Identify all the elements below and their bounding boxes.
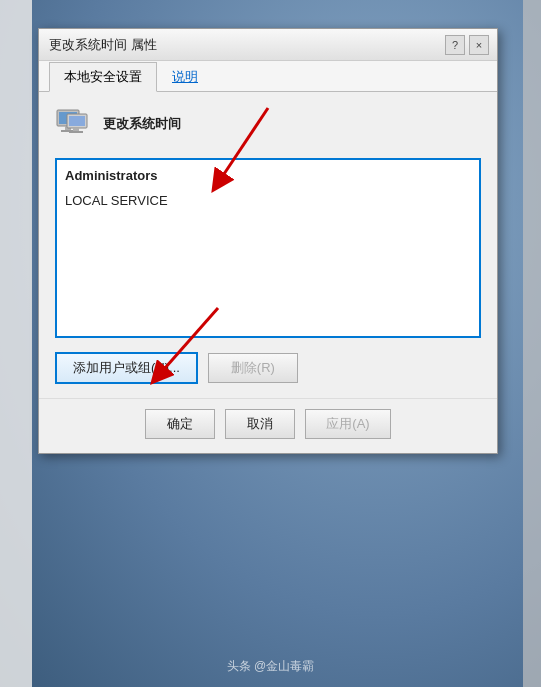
dialog-body: 更改系统时间 Administrators LOCAL SERVICE 添加用户… (39, 92, 497, 398)
policy-header: 更改系统时间 (55, 106, 481, 142)
bg-sidebar-right (523, 0, 541, 687)
tab-explanation[interactable]: 说明 (157, 62, 213, 92)
title-bar-controls: ? × (445, 35, 489, 55)
tab-local-security[interactable]: 本地安全设置 (49, 62, 157, 92)
dialog-window: 更改系统时间 属性 ? × 本地安全设置 说明 (38, 28, 498, 454)
close-button[interactable]: × (469, 35, 489, 55)
apply-button[interactable]: 应用(A) (305, 409, 390, 439)
svg-rect-5 (69, 116, 85, 126)
title-bar: 更改系统时间 属性 ? × (39, 29, 497, 61)
svg-rect-6 (73, 128, 79, 131)
policy-title: 更改系统时间 (103, 115, 181, 133)
list-item-local-service[interactable]: LOCAL SERVICE (61, 189, 475, 214)
users-listbox[interactable]: Administrators LOCAL SERVICE (55, 158, 481, 338)
dialog-title: 更改系统时间 属性 (49, 36, 157, 54)
policy-icon (55, 106, 91, 142)
dialog-footer: 确定 取消 应用(A) (39, 398, 497, 453)
remove-button[interactable]: 删除(R) (208, 353, 298, 383)
cancel-button[interactable]: 取消 (225, 409, 295, 439)
help-button[interactable]: ? (445, 35, 465, 55)
action-buttons-row: 添加用户或组(U)... 删除(R) (55, 352, 481, 384)
watermark: 头条 @金山毒霸 (227, 658, 315, 675)
ok-button[interactable]: 确定 (145, 409, 215, 439)
tab-bar: 本地安全设置 说明 (39, 61, 497, 92)
bg-sidebar-left (0, 0, 32, 687)
add-user-button[interactable]: 添加用户或组(U)... (55, 352, 198, 384)
list-item-administrators[interactable]: Administrators (61, 164, 475, 189)
svg-rect-7 (69, 131, 83, 133)
